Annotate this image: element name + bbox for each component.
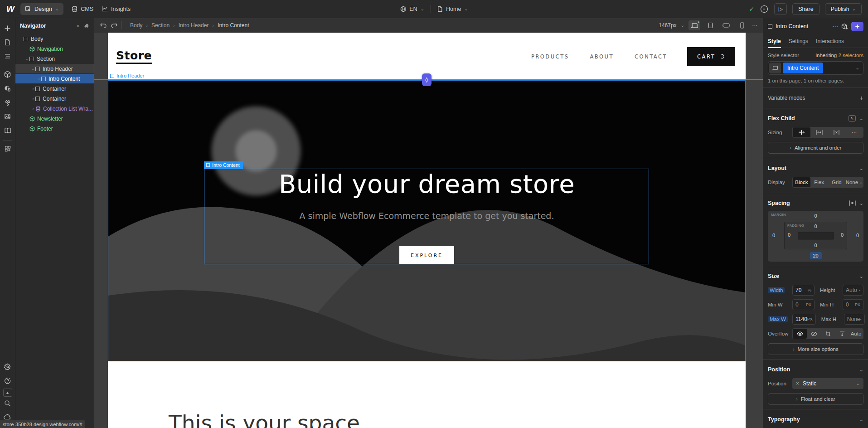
expand-chevron-icon[interactable]: › xyxy=(31,97,35,101)
navigator-item[interactable]: › Collection List Wra... xyxy=(15,104,94,113)
zoom-icon[interactable] xyxy=(1,397,14,409)
cart-button[interactable]: CART 3 xyxy=(687,47,735,66)
undo-icon[interactable] xyxy=(100,22,107,29)
components-icon[interactable] xyxy=(1,68,14,81)
site-nav-link[interactable]: PRODUCTS xyxy=(531,54,569,60)
share-button[interactable]: Share xyxy=(792,3,819,15)
breakpoint-tablet-button[interactable] xyxy=(704,20,716,30)
preview-button[interactable]: ▷ xyxy=(774,3,787,15)
libraries-icon[interactable] xyxy=(1,124,14,137)
tab-interactions[interactable]: Interactions xyxy=(816,34,844,48)
sizing-none-option[interactable] xyxy=(828,127,846,137)
position-select[interactable]: × Static ⌄ xyxy=(792,378,863,389)
intro-header-label[interactable]: Intro Header xyxy=(110,73,144,78)
design-mode-button[interactable]: Design ⌄ xyxy=(20,3,63,15)
margin-top-value[interactable]: 0 xyxy=(768,213,863,219)
site-nav-link[interactable]: ABOUT xyxy=(590,54,614,60)
publish-button[interactable]: Publish ⌄ xyxy=(825,3,862,15)
overflow-hidden-option[interactable] xyxy=(807,329,821,339)
margin-left-value[interactable]: 0 xyxy=(772,233,775,238)
webflow-logo[interactable]: W xyxy=(6,4,14,14)
overflow-auto-option[interactable]: Auto xyxy=(849,329,863,339)
padding-right-value[interactable]: 0 xyxy=(841,232,844,238)
chevron-down-icon[interactable]: ⌄ xyxy=(859,367,863,373)
overflow-clip-option[interactable] xyxy=(821,329,835,339)
breadcrumb-item[interactable]: Body xyxy=(130,22,142,29)
max-height-input[interactable]: None- xyxy=(844,314,865,325)
settings-gear-icon[interactable] xyxy=(1,360,14,373)
navigator-item[interactable]: › Intro Content xyxy=(15,74,94,83)
float-clear-button[interactable]: › Float and clear xyxy=(768,393,863,405)
breakpoint-landscape-button[interactable] xyxy=(720,20,732,30)
expand-chevron-icon[interactable]: ⌄ xyxy=(25,57,29,61)
navigator-item[interactable]: Body xyxy=(15,34,94,44)
breadcrumb-item[interactable]: Intro Content xyxy=(218,22,249,29)
site-logo[interactable]: Store xyxy=(116,49,152,64)
overflow-scroll-option[interactable] xyxy=(835,329,849,339)
width-input[interactable]: 70% xyxy=(792,285,815,296)
cms-button[interactable]: CMS xyxy=(72,6,93,12)
selected-element-box[interactable] xyxy=(204,169,649,264)
navigator-item[interactable]: › Container xyxy=(15,94,94,103)
navigator-item[interactable]: Newsletter xyxy=(15,114,94,123)
intro-content-label[interactable]: Intro Content xyxy=(204,161,243,169)
breadcrumb-item[interactable]: Intro Header xyxy=(179,22,209,29)
chevron-down-icon[interactable]: ⌄ xyxy=(859,417,863,423)
max-width-input[interactable]: 1140PX xyxy=(792,314,816,325)
chevron-down-icon[interactable]: ⌄ xyxy=(859,200,863,206)
expand-chevron-icon[interactable]: › xyxy=(37,77,41,81)
chevron-down-icon[interactable]: ⌄ xyxy=(859,165,863,171)
more-size-options-button[interactable]: › More size options xyxy=(768,343,863,355)
canvas-more-icon[interactable]: ⋯ xyxy=(752,22,757,29)
element-action-handle[interactable] xyxy=(422,73,432,86)
pin-panel-icon[interactable] xyxy=(84,23,89,29)
create-component-icon[interactable] xyxy=(841,23,848,29)
assets-icon[interactable] xyxy=(1,110,14,123)
add-elements-icon[interactable] xyxy=(1,22,14,34)
sizing-more-option[interactable]: ⋯ xyxy=(845,127,863,137)
element-more-icon[interactable]: ⋯ xyxy=(832,23,838,30)
canvas-width-value[interactable]: 1467px xyxy=(659,22,676,29)
padding-left-value[interactable]: 0 xyxy=(788,232,790,238)
class-selector-input[interactable]: Intro Content ⌄ xyxy=(768,61,863,75)
breakpoint-desktop-button[interactable]: * xyxy=(689,20,700,30)
min-height-input[interactable]: 0PX xyxy=(843,299,863,310)
page-switcher[interactable]: Home ⌄ xyxy=(437,6,468,12)
navigator-item[interactable]: Footer xyxy=(15,124,94,133)
padding-bottom-value[interactable]: 0 xyxy=(785,243,847,248)
breadcrumb-item[interactable]: Section xyxy=(151,22,170,29)
insights-button[interactable]: Insights xyxy=(102,6,131,12)
help-icon[interactable] xyxy=(1,374,14,387)
navigator-item[interactable]: › Container xyxy=(15,84,94,93)
overflow-visible-option[interactable] xyxy=(793,329,807,339)
apps-icon[interactable] xyxy=(1,142,14,155)
site-nav-link[interactable]: CONTACT xyxy=(635,54,667,60)
expand-chevron-icon[interactable]: › xyxy=(31,87,35,91)
pages-icon[interactable] xyxy=(1,36,14,49)
class-pill[interactable]: Intro Content xyxy=(783,63,823,73)
expand-chevron-icon[interactable]: ⌄ xyxy=(31,67,35,71)
chevron-down-icon[interactable]: ⌄ xyxy=(859,116,863,122)
ai-assistant-button[interactable] xyxy=(851,22,863,31)
spacing-mode-icon[interactable] xyxy=(849,200,856,206)
display-grid-option[interactable]: Grid xyxy=(828,177,846,187)
add-variable-mode-icon[interactable]: + xyxy=(860,94,863,102)
locale-switcher[interactable]: EN ⌄ xyxy=(400,6,424,12)
navigator-icon[interactable] xyxy=(1,50,14,63)
comments-icon[interactable] xyxy=(760,5,769,14)
height-input[interactable]: Auto- xyxy=(843,285,863,296)
sizing-shrink-option[interactable] xyxy=(793,127,810,137)
styles-icon[interactable] xyxy=(1,82,14,95)
alignment-order-button[interactable]: › Alignment and order xyxy=(768,142,863,154)
padding-top-value[interactable]: 0 xyxy=(785,224,847,229)
expand-chevron-icon[interactable]: › xyxy=(31,107,35,111)
inherit-corner-icon[interactable]: ↖ xyxy=(849,115,856,122)
navigator-item[interactable]: ⌄ Section xyxy=(15,54,94,63)
display-none-option[interactable]: None⌄ xyxy=(845,177,863,187)
breakpoint-phone-button[interactable] xyxy=(736,20,748,30)
inheriting-info[interactable]: Inheriting 2 selectors xyxy=(815,53,863,58)
display-flex-option[interactable]: Flex xyxy=(810,177,828,187)
sizing-grow-option[interactable] xyxy=(810,127,828,137)
tab-settings[interactable]: Settings xyxy=(789,34,808,48)
display-block-option[interactable]: Block xyxy=(793,177,810,187)
